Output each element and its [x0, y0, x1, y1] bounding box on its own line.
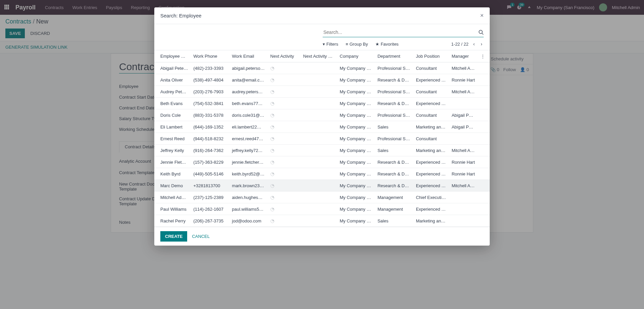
table-cell: Ronnie Hart: [449, 168, 478, 180]
table-cell: ◔: [268, 121, 301, 133]
table-row[interactable]: Audrey Peter…(203)-276-7903audrey.peters…: [154, 86, 490, 98]
table-cell: Ronnie Hart: [449, 156, 478, 168]
table-cell: [301, 156, 337, 168]
table-cell: Mitchell Adm…: [449, 180, 478, 192]
table-row[interactable]: Mitchell Admin(237)-125-2389aiden.hughes…: [154, 192, 490, 203]
table-cell: [301, 86, 337, 98]
table-cell: (449)-505-5146: [191, 168, 229, 180]
table-row[interactable]: Jennie Fletch…(157)-363-8229jennie.fletc…: [154, 156, 490, 168]
col-company[interactable]: Company: [337, 50, 375, 62]
col-department[interactable]: Department: [375, 50, 413, 62]
table-cell: jod@odoo.com: [229, 215, 268, 227]
table-cell: [301, 62, 337, 74]
col-email[interactable]: Work Email: [229, 50, 268, 62]
favorites-button[interactable]: ★Favorites: [375, 42, 398, 47]
filters-button[interactable]: ▾Filters: [323, 42, 338, 47]
modal-create-button[interactable]: CREATE: [160, 231, 187, 238]
table-row[interactable]: Rachel Perry(206)-267-3735jod@odoo.com◔M…: [154, 215, 490, 227]
table-row[interactable]: Keith Byrd(449)-505-5146keith.byrd52@e…◔…: [154, 168, 490, 180]
clock-icon: ◔: [270, 89, 274, 94]
table-cell: Experienced D…: [413, 203, 449, 215]
table-cell: My Company (…: [337, 156, 375, 168]
table-cell: Marketing and …: [413, 121, 449, 133]
pager-range[interactable]: 1-22 / 22: [451, 42, 468, 47]
table-cell: ◔: [268, 145, 301, 156]
table-cell: ◔: [268, 86, 301, 98]
col-options-menu[interactable]: ⋮: [478, 50, 490, 62]
table-cell: (237)-125-2389: [191, 192, 229, 203]
table-cell: Sales: [375, 145, 413, 156]
table-cell: Research & De…: [375, 180, 413, 192]
table-row[interactable]: Beth Evans(754)-532-3841beth.evans77@…◔M…: [154, 98, 490, 109]
clock-icon: ◔: [270, 218, 274, 223]
table-cell: Chief Executive…: [413, 192, 449, 203]
col-next-activity[interactable]: Next Activity: [268, 50, 301, 62]
table-cell: [449, 133, 478, 145]
search-icon[interactable]: [478, 30, 484, 35]
pager-next[interactable]: ›: [479, 40, 484, 48]
table-cell: [478, 86, 490, 98]
clock-icon: ◔: [270, 112, 274, 118]
groupby-icon: ≡: [345, 42, 348, 47]
table-row[interactable]: Abigail Peter…(482)-233-3393abigail.pete…: [154, 62, 490, 74]
col-next-activity-date[interactable]: Next Activity …: [301, 50, 337, 62]
clock-icon: ◔: [270, 183, 274, 188]
col-phone[interactable]: Work Phone: [191, 50, 229, 62]
modal-close-button[interactable]: ×: [480, 12, 484, 19]
col-manager[interactable]: Manager: [449, 50, 478, 62]
col-position[interactable]: Job Position: [413, 50, 449, 62]
pager-prev[interactable]: ‹: [472, 40, 476, 48]
table-cell: My Company (…: [337, 121, 375, 133]
col-employee[interactable]: Employee …: [154, 50, 191, 62]
clock-icon: ◔: [270, 65, 274, 71]
table-cell: [478, 109, 490, 121]
clock-icon: ◔: [270, 159, 274, 165]
table-cell: [478, 168, 490, 180]
table-cell: Beth Evans: [154, 98, 191, 109]
table-cell: Abigail Peter…: [449, 121, 478, 133]
clock-icon: ◔: [270, 148, 274, 153]
table-cell: [478, 74, 490, 86]
table-row[interactable]: Marc Demo+3281813700mark.brown23…◔My Com…: [154, 180, 490, 192]
table-cell: ◔: [268, 98, 301, 109]
groupby-button[interactable]: ≡Group By: [345, 42, 368, 47]
table-row[interactable]: Eli Lambert(644)-169-1352eli.lambert22@……: [154, 121, 490, 133]
table-cell: Abigail Peter…: [449, 109, 478, 121]
table-cell: [301, 74, 337, 86]
table-cell: [478, 156, 490, 168]
table-cell: [449, 98, 478, 109]
table-row[interactable]: Jeffrey Kelly(916)-264-7362jeffrey.kelly…: [154, 145, 490, 156]
table-cell: Paul Williams: [154, 203, 191, 215]
table-cell: (754)-532-3841: [191, 98, 229, 109]
table-cell: [478, 145, 490, 156]
table-cell: ◔: [268, 180, 301, 192]
table-cell: My Company (…: [337, 98, 375, 109]
table-cell: Research & De…: [375, 98, 413, 109]
table-row[interactable]: Doris Cole(883)-331-5378doris.cole31@…◔M…: [154, 109, 490, 121]
table-cell: jennie.fletcher7…: [229, 156, 268, 168]
table-row[interactable]: Ernest Reed(944)-518-8232ernest.reed47…◔…: [154, 133, 490, 145]
pager: 1-22 / 22 ‹ ›: [451, 40, 484, 48]
table-cell: Management: [375, 203, 413, 215]
table-cell: Rachel Perry: [154, 215, 191, 227]
table-row[interactable]: Paul Williams(114)-262-1607paul.williams…: [154, 203, 490, 215]
table-cell: My Company (…: [337, 168, 375, 180]
table-cell: Sales: [375, 121, 413, 133]
table-header-row: Employee … Work Phone Work Email Next Ac…: [154, 50, 490, 62]
table-cell: [478, 133, 490, 145]
table-cell: Consultant: [413, 109, 449, 121]
table-cell: [449, 192, 478, 203]
clock-icon: ◔: [270, 206, 274, 212]
table-cell: (114)-262-1607: [191, 203, 229, 215]
table-cell: ◔: [268, 62, 301, 74]
modal-search-input[interactable]: [323, 28, 478, 37]
modal-cancel-button[interactable]: CANCEL: [192, 234, 210, 238]
clock-icon: ◔: [270, 136, 274, 141]
clock-icon: ◔: [270, 124, 274, 130]
table-row[interactable]: Anita Oliver(538)-497-4804anita@email.c……: [154, 74, 490, 86]
star-icon: ★: [375, 42, 379, 47]
table-cell: Ernest Reed: [154, 133, 191, 145]
table-cell: audrey.peterso…: [229, 86, 268, 98]
table-cell: My Company (…: [337, 86, 375, 98]
table-cell: Marketing and …: [413, 145, 449, 156]
